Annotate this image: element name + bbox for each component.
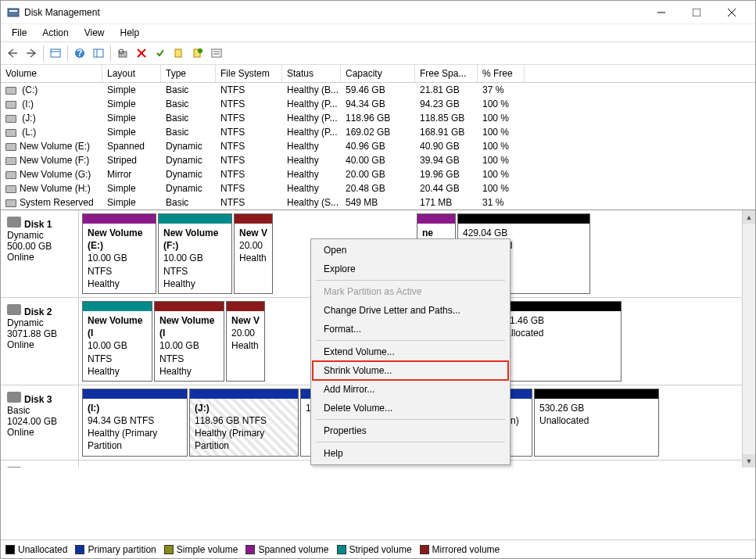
legend-swatch-striped [337, 545, 346, 554]
volume-icon [5, 143, 16, 151]
partition[interactable]: New Volume (E:)10.00 GB NTFSHealthy [82, 213, 156, 294]
ctx-format[interactable]: Format... [313, 320, 508, 339]
ctx-separator [316, 340, 505, 341]
disk-icon [7, 467, 21, 468]
ctx-change-letter[interactable]: Change Drive Letter and Paths... [313, 301, 508, 320]
delete-icon[interactable] [133, 45, 150, 62]
partition[interactable]: New Volume (I10.00 GB NTFSHealthy [154, 301, 224, 382]
scroll-up-icon[interactable]: ▲ [743, 210, 755, 224]
table-row[interactable]: System ReservedSimpleBasicNTFSHealthy (S… [1, 195, 755, 210]
legend-unallocated: Unallocated [18, 544, 67, 555]
app-icon [7, 6, 20, 19]
menu-action[interactable]: Action [34, 26, 76, 40]
col-freespace[interactable]: Free Spa... [415, 65, 478, 82]
table-row[interactable]: (L:)SimpleBasicNTFSHealthy (P...169.02 G… [1, 125, 755, 139]
disk-icon [7, 392, 21, 403]
properties-icon[interactable] [170, 45, 188, 62]
svg-rect-10 [94, 49, 103, 57]
settings-icon[interactable] [208, 45, 225, 62]
volume-icon [5, 185, 16, 193]
partition[interactable]: (I:)94.34 GB NTFSHealthy (Primary Partit… [82, 389, 188, 457]
table-row[interactable]: New Volume (F:)StripedDynamicNTFSHealthy… [1, 153, 755, 167]
ctx-separator [316, 280, 505, 281]
partition[interactable]: New Volume (F:)10.00 GB NTFSHealthy [158, 213, 232, 294]
volume-icon [5, 157, 16, 165]
svg-rect-0 [8, 9, 19, 16]
scroll-down-icon[interactable]: ▼ [743, 454, 755, 468]
ctx-separator [316, 442, 505, 443]
volume-icon [5, 87, 16, 95]
menu-bar: File Action View Help [1, 24, 755, 41]
partition[interactable]: 530.26 GBUnallocated [534, 389, 659, 457]
svg-rect-16 [175, 49, 181, 57]
partition[interactable]: (J:)118.96 GB NTFSHealthy (Primary Parti… [189, 389, 299, 457]
refresh-icon[interactable] [90, 45, 107, 62]
volume-icon [5, 199, 16, 207]
forward-button[interactable] [23, 45, 40, 62]
back-button[interactable] [4, 45, 21, 62]
legend-swatch-unallocated [5, 545, 15, 554]
col-type[interactable]: Type [161, 65, 216, 82]
col-status[interactable]: Status [282, 65, 341, 82]
disk-icon [7, 304, 21, 315]
title-bar: Disk Management [1, 1, 755, 24]
toolbar: ? [1, 41, 755, 65]
col-capacity[interactable]: Capacity [341, 65, 415, 82]
disk-icon [7, 217, 21, 228]
ctx-open[interactable]: Open [313, 241, 508, 260]
help-icon[interactable]: ? [71, 45, 88, 62]
maximize-button[interactable] [679, 1, 714, 24]
ctx-add-mirror[interactable]: Add Mirror... [313, 380, 508, 399]
table-row[interactable]: (C:)SimpleBasicNTFSHealthy (B...59.46 GB… [1, 83, 755, 97]
close-button[interactable] [714, 1, 749, 24]
menu-view[interactable]: View [77, 26, 113, 40]
ctx-extend[interactable]: Extend Volume... [313, 342, 508, 361]
ctx-shrink[interactable]: Shrink Volume... [313, 361, 508, 380]
table-row[interactable]: (I:)SimpleBasicNTFSHealthy (P...94.34 GB… [1, 97, 755, 111]
partition[interactable]: New V20.00Health [226, 301, 265, 382]
disk-label[interactable]: Disk 2Dynamic3071.88 GBOnline [1, 298, 79, 385]
col-layout[interactable]: Layout [102, 65, 161, 82]
legend-primary: Primary partition [88, 544, 156, 555]
menu-help[interactable]: Help [113, 26, 148, 40]
disk-label[interactable]: Disk 1Dynamic500.00 GBOnline [1, 210, 79, 297]
svg-point-18 [198, 48, 202, 53]
svg-rect-12 [119, 52, 127, 57]
ctx-properties[interactable]: Properties [313, 421, 508, 440]
legend-mirrored: Mirrored volume [432, 544, 500, 555]
volume-icon [5, 171, 16, 179]
table-row[interactable]: New Volume (H:)SimpleDynamicNTFSHealthy2… [1, 181, 755, 195]
new-icon[interactable] [189, 45, 206, 62]
svg-rect-6 [51, 49, 60, 57]
volume-icon [5, 101, 16, 109]
menu-file[interactable]: File [4, 26, 34, 40]
ctx-separator [316, 419, 505, 420]
partition[interactable]: New V20.00Health [234, 213, 273, 294]
legend-swatch-spanned [245, 545, 255, 554]
col-pctfree[interactable]: % Free [478, 65, 525, 82]
minimize-button[interactable] [643, 1, 679, 24]
volume-icon [5, 129, 16, 137]
col-volume[interactable]: Volume [1, 65, 102, 82]
ctx-help[interactable]: Help [313, 444, 508, 463]
legend-striped: Striped volume [349, 544, 412, 555]
ctx-delete[interactable]: Delete Volume... [313, 399, 508, 417]
table-row[interactable]: New Volume (G:)MirrorDynamicNTFSHealthy2… [1, 167, 755, 181]
apply-icon[interactable] [152, 45, 169, 62]
legend-simple: Simple volume [177, 544, 238, 555]
table-row[interactable]: New Volume (E:)SpannedDynamicNTFSHealthy… [1, 139, 755, 153]
ctx-explore[interactable]: Explore [313, 260, 508, 278]
context-menu: Open Explore Mark Partition as Active Ch… [310, 238, 511, 465]
rescan-icon[interactable] [114, 45, 131, 62]
col-filesystem[interactable]: File System [216, 65, 282, 82]
window-title: Disk Management [24, 7, 643, 18]
ctx-mark-active: Mark Partition as Active [313, 282, 508, 301]
view-icon[interactable] [47, 45, 64, 62]
disk-label[interactable]: Disk 3Basic1024.00 GBOnline [1, 385, 79, 460]
legend-swatch-simple [164, 545, 174, 554]
svg-rect-19 [212, 49, 221, 57]
vertical-scrollbar[interactable]: ▲ ▼ [742, 210, 755, 468]
disk-label[interactable]: CD-ROM 0DVD (D:) [1, 460, 79, 468]
table-row[interactable]: (J:)SimpleBasicNTFSHealthy (P...118.96 G… [1, 111, 755, 125]
partition[interactable]: New Volume (I10.00 GB NTFSHealthy [82, 301, 152, 382]
